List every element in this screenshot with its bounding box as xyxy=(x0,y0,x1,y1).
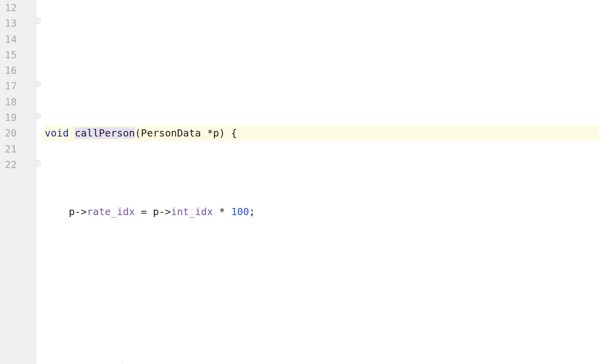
line-number: 16 xyxy=(0,63,37,78)
fold-open-icon[interactable] xyxy=(35,113,42,119)
line-number: 14 xyxy=(0,32,37,47)
keyword: void xyxy=(45,127,69,139)
code-line[interactable] xyxy=(45,47,599,63)
line-number: 20 xyxy=(0,125,37,141)
line-number: 12 xyxy=(0,0,37,16)
fold-close-icon[interactable] xyxy=(35,160,42,166)
member: rate_idx xyxy=(87,206,135,218)
fold-column xyxy=(37,0,43,364)
code-editor[interactable]: 12 13 14 15 16 17 18 19 20 21 22 void ca… xyxy=(0,0,599,364)
code-line[interactable]: p->rate_idx = p->int_idx * 100; xyxy=(45,204,599,220)
gutter: 12 13 14 15 16 17 18 19 20 21 22 xyxy=(0,0,37,364)
line-number: 15 xyxy=(0,47,37,63)
signature: (PersonData *p) { xyxy=(135,127,237,139)
code-line[interactable]: void callPerson(PersonData *p) { xyxy=(43,125,599,141)
code-line[interactable]: //TODO: implement actual call xyxy=(45,361,599,364)
member: int_idx xyxy=(171,206,213,218)
function-name: callPerson xyxy=(75,127,135,139)
line-number: 22 xyxy=(0,157,37,172)
number-literal: 100 xyxy=(231,206,249,218)
line-number: 17 xyxy=(0,78,37,94)
line-number: 18 xyxy=(0,94,37,110)
line-number: 13 xyxy=(0,16,37,31)
code-area[interactable]: void callPerson(PersonData *p) { p->rate… xyxy=(43,0,599,364)
line-number: 21 xyxy=(0,141,37,157)
code-line[interactable] xyxy=(45,282,599,298)
fold-open-icon[interactable] xyxy=(35,18,42,24)
line-number: 19 xyxy=(0,110,37,125)
fold-close-icon[interactable] xyxy=(35,81,42,87)
